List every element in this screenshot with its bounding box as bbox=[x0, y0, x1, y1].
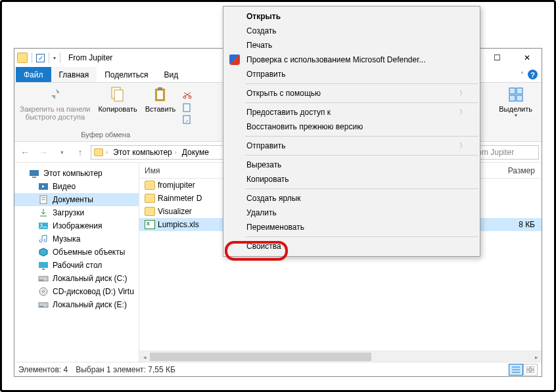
qat-dropdown-icon[interactable]: ▾ bbox=[53, 55, 56, 61]
documents-icon bbox=[38, 194, 49, 205]
back-button[interactable]: ← bbox=[17, 144, 33, 160]
svg-rect-27 bbox=[39, 306, 43, 307]
paste-label: Вставить bbox=[145, 105, 176, 113]
ctx-open[interactable]: Открыть bbox=[224, 9, 479, 24]
horizontal-scrollbar[interactable]: ◂ ▸ bbox=[139, 351, 542, 362]
svg-rect-33 bbox=[526, 370, 530, 373]
chevron-right-icon[interactable]: › bbox=[106, 149, 108, 156]
up-button[interactable]: ↑ bbox=[72, 144, 88, 160]
details-view-icon[interactable] bbox=[509, 364, 523, 376]
svg-rect-10 bbox=[517, 95, 522, 101]
chevron-right-icon[interactable]: › bbox=[175, 149, 177, 156]
pin-icon bbox=[46, 85, 64, 104]
chevron-up-icon[interactable]: ˄ bbox=[521, 71, 524, 78]
svg-rect-4 bbox=[158, 87, 162, 90]
ctx-rename[interactable]: Переименовать bbox=[224, 220, 479, 234]
svg-rect-20 bbox=[39, 262, 48, 268]
chevron-right-icon: 〉 bbox=[459, 89, 466, 98]
ctx-defender[interactable]: Проверка с использованием Microsoft Defe… bbox=[224, 53, 479, 67]
nav-pictures[interactable]: Изображения bbox=[14, 219, 139, 232]
ctx-copy[interactable]: Копировать bbox=[224, 172, 479, 186]
ctx-new[interactable]: Создать bbox=[224, 24, 479, 38]
crumb-docs[interactable]: Докуме bbox=[182, 148, 209, 157]
scroll-right-icon[interactable]: ▸ bbox=[531, 351, 542, 362]
status-selection: Выбран 1 элемент: 7,55 КБ bbox=[76, 365, 175, 374]
ribbon-group-select: Выделить ▾ bbox=[496, 84, 539, 140]
chevron-right-icon: 〉 bbox=[459, 108, 466, 117]
copy-label: Копировать bbox=[98, 105, 137, 113]
nav-music[interactable]: Музыка bbox=[14, 232, 139, 246]
pin-label: Закрепить на панели быстрого доступа bbox=[20, 105, 90, 121]
folder-icon bbox=[94, 148, 103, 156]
folder-icon bbox=[145, 181, 155, 190]
nav-dvd[interactable]: CD-дисковод (D:) Virtu bbox=[14, 285, 139, 298]
col-size[interactable]: Размер bbox=[496, 163, 542, 178]
ctx-shortcut[interactable]: Создать ярлык bbox=[224, 191, 479, 206]
nav-desktop[interactable]: Рабочий стол bbox=[14, 259, 139, 272]
ribbon-group-clipboard: Закрепить на панели быстрого доступа Коп… bbox=[17, 84, 194, 140]
nav-disk-c[interactable]: Локальный диск (C:) bbox=[14, 272, 139, 285]
nav-disk-e[interactable]: Локальный диск (E:) bbox=[14, 298, 139, 311]
chevron-right-icon: 〉 bbox=[459, 141, 466, 150]
ctx-delete[interactable]: Удалить bbox=[224, 206, 479, 220]
copy-path-icon[interactable] bbox=[182, 102, 193, 113]
svg-point-25 bbox=[43, 291, 45, 293]
pc-icon bbox=[29, 168, 39, 179]
scroll-left-icon[interactable]: ◂ bbox=[139, 351, 150, 362]
recent-dropdown[interactable]: ▾ bbox=[54, 144, 70, 160]
paste-shortcut-icon[interactable] bbox=[182, 114, 193, 125]
thumbnails-view-icon[interactable] bbox=[523, 364, 538, 376]
nav-video[interactable]: Видео bbox=[14, 180, 139, 193]
ribbon-group-label: Буфер обмена bbox=[81, 131, 130, 140]
dvd-icon bbox=[38, 286, 49, 297]
tab-share[interactable]: Поделиться bbox=[97, 67, 156, 82]
ctx-open-with[interactable]: Открыть с помощью〉 bbox=[224, 86, 479, 100]
ctx-print[interactable]: Печать bbox=[224, 38, 479, 53]
paste-button[interactable]: Вставить bbox=[143, 84, 179, 131]
nav-pc[interactable]: Этот компьютер bbox=[14, 167, 139, 180]
crumb-pc[interactable]: Этот компьютер bbox=[113, 148, 172, 157]
folder-icon bbox=[145, 194, 155, 203]
disk-icon bbox=[38, 273, 49, 284]
svg-rect-1 bbox=[114, 90, 123, 101]
ctx-send[interactable]: Отправить bbox=[224, 67, 479, 81]
qat-checkbox-icon[interactable]: ✓ bbox=[36, 54, 45, 62]
help-icon[interactable]: ? bbox=[528, 70, 538, 79]
svg-rect-31 bbox=[526, 366, 530, 369]
tab-home[interactable]: Главная bbox=[51, 67, 97, 82]
separator bbox=[32, 53, 32, 63]
select-button[interactable]: Выделить ▾ bbox=[496, 84, 535, 140]
pin-button[interactable]: Закрепить на панели быстрого доступа bbox=[17, 84, 93, 131]
svg-rect-32 bbox=[531, 366, 534, 369]
ctx-properties[interactable]: Свойства bbox=[224, 239, 479, 253]
pictures-icon bbox=[38, 221, 49, 231]
ctx-cut[interactable]: Вырезать bbox=[224, 158, 479, 172]
cut-icon[interactable] bbox=[182, 91, 193, 101]
svg-rect-9 bbox=[509, 95, 515, 101]
nav-3d-objects[interactable]: Объемные объекты bbox=[14, 246, 139, 259]
separator bbox=[60, 53, 60, 63]
copy-button[interactable]: Копировать bbox=[95, 84, 139, 131]
forward-button[interactable]: → bbox=[35, 144, 51, 160]
tab-file[interactable]: Файл bbox=[16, 67, 51, 82]
svg-point-19 bbox=[41, 224, 43, 226]
tab-view[interactable]: Вид bbox=[156, 67, 186, 82]
nav-documents[interactable]: Документы bbox=[14, 193, 139, 206]
select-icon bbox=[507, 85, 525, 104]
folder-icon bbox=[17, 53, 28, 63]
svg-rect-21 bbox=[42, 269, 45, 270]
separator bbox=[245, 236, 478, 237]
nav-downloads[interactable]: Загрузки bbox=[14, 206, 139, 219]
navigation-pane: Этот компьютер Видео Документы Загрузки … bbox=[14, 163, 139, 362]
separator bbox=[245, 83, 478, 84]
window-title: From Jupiter bbox=[68, 53, 112, 62]
maximize-button[interactable]: ☐ bbox=[482, 49, 512, 67]
file-name: Lumpics.xls bbox=[158, 220, 199, 229]
view-switcher bbox=[509, 364, 538, 376]
scroll-thumb[interactable] bbox=[150, 353, 371, 361]
ctx-send-to[interactable]: Отправить〉 bbox=[224, 139, 479, 153]
ctx-grant-access[interactable]: Предоставить доступ к〉 bbox=[224, 105, 479, 120]
ctx-restore[interactable]: Восстановить прежнюю версию bbox=[224, 120, 479, 134]
close-button[interactable]: ✕ bbox=[512, 49, 542, 67]
cube-icon bbox=[38, 247, 49, 257]
